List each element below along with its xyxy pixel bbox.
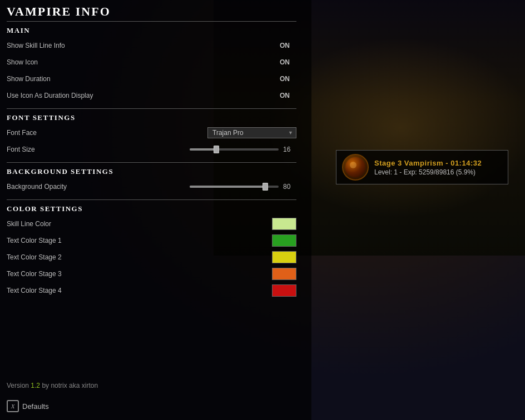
opacity-value: 80 [283,183,296,191]
show-icon-toggle[interactable]: ON [280,58,296,66]
background-divider [7,199,296,200]
x-icon: X [11,403,15,409]
background-section: BACKGROUND SETTINGS Background Opacity 8… [7,167,296,193]
show-icon-label: Show Icon [7,58,38,66]
title-divider [7,21,296,22]
font-face-label: Font Face [7,129,37,137]
preview-widget: Stage 3 Vampirism - 01:14:32 Level: 1 - … [336,150,508,184]
text-color-stage3-swatch[interactable] [272,268,296,280]
font-face-select-wrapper: Trajan Pro Arial Times New Roman Courier… [207,127,296,138]
opacity-slider-thumb[interactable] [262,183,268,191]
main-section-title: MAIN [7,26,296,35]
main-section: MAIN Show Skill Line Info ON Show Icon O… [7,26,296,102]
color-section: COLOR SETTINGS Skill Line Color Text Col… [7,204,296,297]
text-color-stage3-row: Text Color Stage 3 [7,268,296,280]
defaults-button-container: X Defaults [7,400,49,412]
show-skill-line-toggle[interactable]: ON [280,42,296,49]
preview-icon-inner [345,157,365,177]
background-section-title: BACKGROUND SETTINGS [7,167,296,176]
text-color-stage4-row: Text Color Stage 4 [7,284,296,297]
show-duration-label: Show Duration [7,75,51,83]
show-skill-line-label: Show Skill Line Info [7,42,65,49]
font-size-row: Font Size 16 [7,143,296,156]
opacity-slider-track[interactable] [190,186,279,188]
defaults-label: Defaults [22,402,49,411]
skill-line-color-label: Skill Line Color [7,220,51,228]
font-section: FONT SETTINGS Font Face Trajan Pro Arial… [7,113,296,156]
font-size-label: Font Size [7,146,35,153]
font-divider [7,162,296,163]
show-duration-row: Show Duration ON [7,73,296,85]
use-icon-duration-label: Use Icon As Duration Display [7,92,93,99]
text-color-stage1-row: Text Color Stage 1 [7,234,296,247]
text-color-stage1-swatch[interactable] [272,234,296,247]
settings-panel: VAMPIRE INFO MAIN Show Skill Line Info O… [0,0,303,420]
use-icon-duration-row: Use Icon As Duration Display ON [7,89,296,102]
font-face-row: Font Face Trajan Pro Arial Times New Rom… [7,127,296,139]
defaults-icon-box: X [7,400,19,412]
use-icon-duration-toggle[interactable]: ON [280,92,296,99]
font-face-select[interactable]: Trajan Pro Arial Times New Roman Courier… [207,127,296,138]
version-prefix: Version [7,382,31,389]
text-color-stage2-label: Text Color Stage 2 [7,253,62,261]
preview-icon [342,154,369,181]
text-color-stage2-row: Text Color Stage 2 [7,251,296,263]
version-number: 1.2 [31,382,40,389]
text-color-stage3-label: Text Color Stage 3 [7,270,62,278]
version-suffix: by notrix aka xirton [40,382,98,389]
skill-line-color-swatch[interactable] [272,218,296,230]
version-info: Version 1.2 by notrix aka xirton [7,382,98,389]
font-section-title: FONT SETTINGS [7,113,296,122]
opacity-label: Background Opacity [7,183,67,191]
text-color-stage4-swatch[interactable] [272,284,296,297]
show-icon-row: Show Icon ON [7,56,296,68]
preview-title: Stage 3 Vampirism - 01:14:32 [374,159,502,167]
text-color-stage4-label: Text Color Stage 4 [7,287,62,294]
font-size-slider-track[interactable] [190,148,279,151]
show-duration-toggle[interactable]: ON [280,75,296,83]
font-size-slider-fill [190,148,216,151]
font-size-slider-container: 16 [190,146,296,153]
main-divider [7,108,296,109]
preview-text-container: Stage 3 Vampirism - 01:14:32 Level: 1 - … [374,159,502,176]
opacity-row: Background Opacity 80 [7,181,296,193]
color-section-title: COLOR SETTINGS [7,204,296,213]
opacity-slider-container: 80 [190,183,296,191]
defaults-button[interactable]: X Defaults [7,400,49,412]
text-color-stage1-label: Text Color Stage 1 [7,237,62,244]
text-color-stage2-swatch[interactable] [272,251,296,263]
font-size-slider-thumb[interactable] [214,146,219,153]
show-skill-line-row: Show Skill Line Info ON [7,39,296,52]
opacity-slider-fill [190,186,265,188]
preview-subtitle: Level: 1 - Exp: 5259/89816 (5.9%) [374,168,502,176]
font-size-value: 16 [283,146,296,153]
skill-line-color-row: Skill Line Color [7,218,296,230]
panel-title: VAMPIRE INFO [7,4,296,19]
